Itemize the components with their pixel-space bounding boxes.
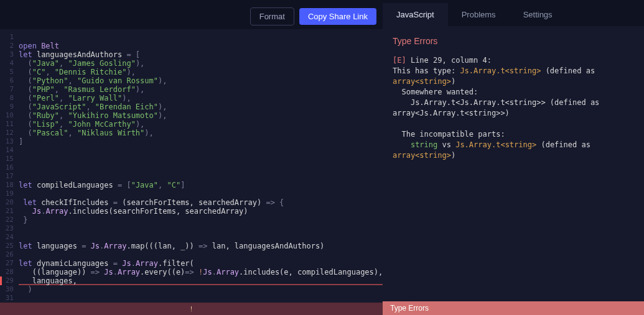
tab-problems[interactable]: Problems	[448, 3, 510, 26]
output-content: Type Errors [E] Line 29, column 4:This h…	[383, 26, 644, 301]
editor-pane: Format Copy Share Link 12345678910111213…	[0, 3, 383, 315]
error-footer[interactable]: Type Errors	[383, 301, 644, 315]
editor-status-bar: !	[0, 303, 383, 315]
error-line-marker	[0, 276, 2, 285]
line-gutter: 1234567891011121314151617181920212223242…	[0, 29, 16, 303]
editor-toolbar: Format Copy Share Link	[0, 3, 383, 29]
copy-share-link-button[interactable]: Copy Share Link	[299, 8, 376, 25]
format-button[interactable]: Format	[250, 7, 294, 25]
tab-javascript[interactable]: JavaScript	[383, 3, 448, 26]
error-title: Type Errors	[393, 36, 634, 47]
error-body: [E] Line 29, column 4:This has type: Js.…	[393, 55, 634, 161]
code-editor[interactable]: 1234567891011121314151617181920212223242…	[0, 29, 383, 303]
code-area[interactable]: open Beltlet languagesAndAuthors = [ ("J…	[16, 29, 383, 303]
main: Format Copy Share Link 12345678910111213…	[0, 3, 644, 315]
output-tabs: JavaScript Problems Settings	[383, 3, 644, 26]
warning-icon: !	[190, 305, 192, 313]
output-pane: JavaScript Problems Settings Type Errors…	[383, 3, 644, 315]
tab-settings[interactable]: Settings	[510, 3, 566, 26]
